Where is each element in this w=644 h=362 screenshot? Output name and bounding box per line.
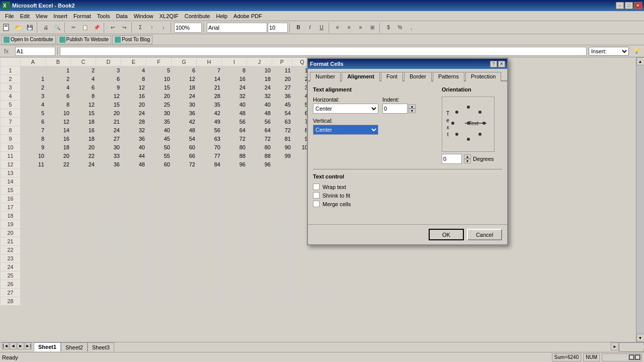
table-cell[interactable]: 81 [272,135,292,143]
table-cell[interactable]: 32 [247,92,272,101]
table-cell[interactable] [197,169,222,177]
table-cell[interactable] [46,220,71,229]
table-cell[interactable]: 12 [172,75,197,83]
table-cell[interactable] [272,203,292,212]
tab-prev-button[interactable]: ◄ [10,342,17,349]
table-cell[interactable] [222,195,247,203]
table-cell[interactable] [21,289,46,297]
table-cell[interactable]: 8 [71,92,96,101]
table-cell[interactable] [21,195,46,203]
table-cell[interactable]: 18 [247,75,272,83]
col-header-p[interactable]: P [272,58,292,66]
table-cell[interactable] [197,289,222,297]
row-header[interactable]: 14 [1,177,21,186]
row-header[interactable]: 5 [1,101,21,109]
table-cell[interactable]: 36 [172,109,197,118]
table-cell[interactable] [46,272,71,280]
table-cell[interactable]: 99 [272,152,292,160]
table-cell[interactable]: 16 [71,126,96,135]
table-cell[interactable] [46,195,71,203]
table-cell[interactable] [197,195,222,203]
table-cell[interactable] [121,177,146,186]
table-cell[interactable] [172,203,197,212]
table-cell[interactable] [21,169,46,177]
table-cell[interactable] [21,212,46,220]
table-cell[interactable] [292,272,312,280]
table-cell[interactable] [272,289,292,297]
align-left-button[interactable]: ≡ [332,22,343,33]
table-cell[interactable] [146,246,172,254]
close-button[interactable]: ✕ [634,2,642,9]
table-cell[interactable] [46,280,71,289]
table-cell[interactable] [96,169,121,177]
table-cell[interactable] [21,254,46,263]
undo-button[interactable]: ↩ [107,22,118,33]
table-cell[interactable]: 66 [172,152,197,160]
table-cell[interactable] [312,297,333,306]
table-cell[interactable]: 2 [21,83,46,92]
open-button[interactable]: 📂 [13,22,24,33]
table-cell[interactable] [21,203,46,212]
table-cell[interactable]: 20 [71,143,96,152]
sort-desc-button[interactable]: ↓ [158,22,169,33]
row-header[interactable]: 10 [1,143,21,152]
table-cell[interactable] [21,237,46,246]
row-header[interactable]: 23 [1,254,21,263]
table-cell[interactable] [222,254,247,263]
table-cell[interactable] [222,212,247,220]
table-cell[interactable] [121,195,146,203]
table-cell[interactable] [197,263,222,272]
table-cell[interactable] [272,229,292,237]
table-cell[interactable]: 48 [247,109,272,118]
table-cell[interactable]: 32 [222,92,247,101]
table-cell[interactable] [222,220,247,229]
table-cell[interactable] [121,203,146,212]
table-cell[interactable] [312,246,333,254]
table-cell[interactable]: 40 [146,126,172,135]
table-cell[interactable]: 56 [247,118,272,126]
table-cell[interactable] [71,177,96,186]
table-cell[interactable] [96,177,121,186]
table-cell[interactable]: 12 [46,118,71,126]
degrees-up-button[interactable]: ▲ [464,154,471,159]
table-cell[interactable] [146,237,172,246]
merge-button[interactable]: ⊞ [367,22,378,33]
table-cell[interactable]: 88 [247,152,272,160]
table-cell[interactable] [21,263,46,272]
orientation-box[interactable]: Text Text [442,97,495,152]
row-header[interactable]: 24 [1,263,21,272]
publish-website-button[interactable]: Publish To Website [57,35,112,44]
currency-button[interactable]: $ [383,22,394,33]
table-cell[interactable]: 5 [21,109,46,118]
table-cell[interactable] [222,186,247,195]
table-cell[interactable] [172,186,197,195]
table-cell[interactable] [222,297,247,306]
col-header-f[interactable]: F [146,58,172,66]
table-cell[interactable] [71,254,96,263]
table-cell[interactable]: 8 [46,101,71,109]
table-cell[interactable] [146,186,172,195]
table-cell[interactable]: 24 [96,126,121,135]
table-cell[interactable] [222,289,247,297]
table-cell[interactable] [46,212,71,220]
col-header-c[interactable]: C [71,58,96,66]
row-header[interactable]: 22 [1,246,21,254]
table-cell[interactable]: 6 [71,83,96,92]
col-header-i[interactable]: I [222,58,247,66]
row-header[interactable]: 25 [1,272,21,280]
table-cell[interactable]: 36 [121,135,146,143]
table-cell[interactable] [197,177,222,186]
table-cell[interactable]: 6 [46,92,71,101]
vertical-scrollbar[interactable]: ▲ ▼ [636,57,644,342]
row-header[interactable]: 2 [1,75,21,83]
table-cell[interactable] [247,212,272,220]
table-cell[interactable]: 15 [71,109,96,118]
wrap-text-checkbox[interactable] [313,184,319,190]
table-cell[interactable] [46,289,71,297]
table-cell[interactable]: 18 [71,135,96,143]
table-cell[interactable] [121,289,146,297]
table-cell[interactable] [247,280,272,289]
table-cell[interactable] [46,203,71,212]
table-cell[interactable] [222,263,247,272]
menu-data[interactable]: Data [113,12,130,20]
